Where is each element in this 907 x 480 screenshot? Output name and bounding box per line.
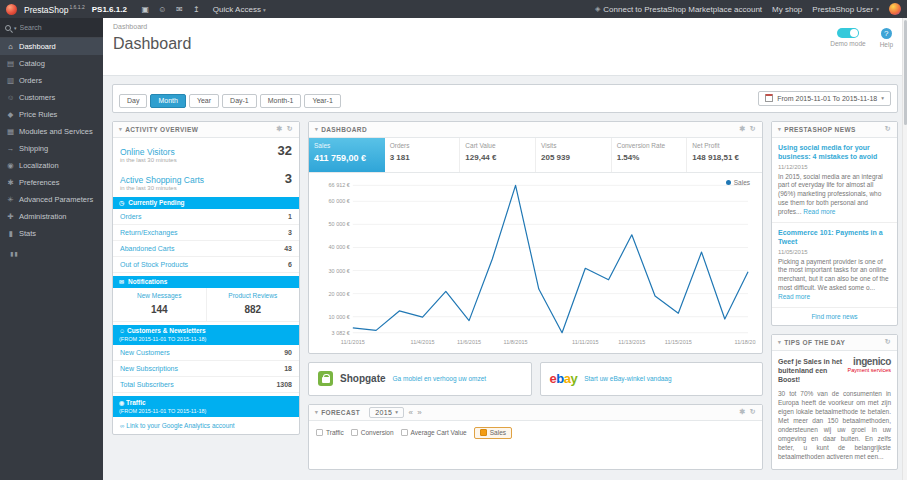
sidebar-search[interactable]: ▾ xyxy=(0,18,103,38)
quick-access-menu[interactable]: Quick Access ▾ xyxy=(213,5,266,14)
launch-icon[interactable]: ↥ xyxy=(189,5,204,14)
period-button-day[interactable]: Day xyxy=(119,94,147,108)
new-subscriptions-link[interactable]: New Subscriptions xyxy=(120,365,178,372)
kpi-net-profit[interactable]: Net Profit148 918,51 € xyxy=(687,138,762,172)
user-icon[interactable]: ☺ xyxy=(155,5,170,14)
kpi-conversion-rate[interactable]: Conversion Rate1.54% xyxy=(612,138,688,172)
kpi-sales[interactable]: Sales411 759,00 € xyxy=(309,138,385,172)
breadcrumb[interactable]: Dashboard xyxy=(113,23,897,30)
forecast-metric-average-cart-value[interactable]: Average Cart Value xyxy=(401,429,467,436)
shopgate-link[interactable]: Ga mobiel en verhoog uw omzet xyxy=(393,375,487,383)
table-row: Return/Exchanges3 xyxy=(113,225,299,241)
active-carts-link[interactable]: Active Shopping Carts xyxy=(120,175,204,185)
news-article-title[interactable]: Ecommerce 101: Payments in a Tweet xyxy=(778,228,891,246)
sidebar-item-localization[interactable]: ◉Localization xyxy=(0,157,103,174)
sidebar-item-orders[interactable]: ▥Orders xyxy=(0,72,103,89)
user-menu[interactable]: PrestaShop User ▾ xyxy=(812,5,879,14)
sidebar-item-stats[interactable]: ▮Stats xyxy=(0,225,103,242)
next-year-button[interactable]: » xyxy=(417,408,422,417)
refresh-icon[interactable]: ↻ xyxy=(750,408,756,416)
orders-link[interactable]: Orders xyxy=(120,213,141,220)
sidebar-item-dashboard[interactable]: ⌂Dashboard xyxy=(0,38,103,55)
kpi-value: 129,44 € xyxy=(465,153,530,162)
mail-icon[interactable]: ✉ xyxy=(172,5,187,14)
gear-icon[interactable]: ✱ xyxy=(276,125,282,133)
sidebar-item-shipping[interactable]: →Shipping xyxy=(0,140,103,157)
date-range-picker[interactable]: From 2015-11-01 To 2015-11-18 ▾ xyxy=(758,91,891,106)
new-customers-link[interactable]: New Customers xyxy=(120,349,170,356)
product-reviews-cell[interactable]: Product Reviews882 xyxy=(207,288,300,321)
collapse-menu-button[interactable]: ▮▮ xyxy=(0,242,103,257)
demo-mode-toggle[interactable] xyxy=(837,28,859,38)
shop-name-link[interactable]: PS1.6.1.2 xyxy=(92,5,127,14)
period-button-month[interactable]: Month xyxy=(150,94,185,108)
search-icon xyxy=(5,25,11,31)
sidebar-item-administration[interactable]: ✚Administration xyxy=(0,208,103,225)
forecast-metric-sales[interactable]: Sales xyxy=(474,427,512,439)
sidebar-item-advanced-parameters[interactable]: ✳Advanced Parameters xyxy=(0,191,103,208)
ebay-link[interactable]: Start uw eBay-winkel vandaag xyxy=(584,375,671,383)
sidebar-item-customers[interactable]: ☺Customers xyxy=(0,89,103,106)
panel-header: ▾ PrestaShop News ↻ xyxy=(772,122,897,138)
active-carts-metric: Active Shopping Carts3 in the last 30 mi… xyxy=(113,166,299,194)
chart-legend[interactable]: Sales xyxy=(726,179,750,186)
period-button-year-1[interactable]: Year-1 xyxy=(304,94,340,108)
forecast-metric-traffic[interactable]: Traffic xyxy=(316,429,344,436)
refresh-icon[interactable]: ↻ xyxy=(885,125,891,133)
marketplace-link[interactable]: ◈Connect to PrestaShop Marketplace accou… xyxy=(595,5,762,14)
kpi-orders[interactable]: Orders3 181 xyxy=(385,138,461,172)
table-row: New Subscriptions18 xyxy=(113,361,299,377)
forecast-metric-conversion[interactable]: Conversion xyxy=(351,429,394,436)
gear-icon[interactable]: ✱ xyxy=(739,125,745,133)
period-button-year[interactable]: Year xyxy=(189,94,219,108)
notifications-header: ✉ Notifications xyxy=(113,276,299,288)
sidebar-item-label: Shipping xyxy=(19,144,48,153)
sidebar-item-modules-and-services[interactable]: ▦Modules and Services xyxy=(0,123,103,140)
kpi-cart-value[interactable]: Cart Value129,44 € xyxy=(460,138,536,172)
help-icon[interactable]: ? xyxy=(881,28,892,39)
year-select[interactable]: 2015▾ xyxy=(369,407,404,418)
news-article-title[interactable]: Using social media for your business: 4 … xyxy=(778,143,891,161)
chevron-down-icon[interactable]: ▾ xyxy=(14,25,17,31)
chevron-down-icon[interactable]: ▾ xyxy=(315,126,318,132)
ebay-ad[interactable]: ebay Start uw eBay-winkel vandaag xyxy=(540,362,764,396)
total-subscribers-link[interactable]: Total Subscribers xyxy=(120,381,174,388)
read-more-link[interactable]: Read more xyxy=(778,293,810,300)
return-exchanges-link[interactable]: Return/Exchanges xyxy=(120,229,178,236)
sidebar-item-label: Advanced Parameters xyxy=(19,195,93,204)
chevron-down-icon[interactable]: ▾ xyxy=(315,409,318,415)
online-visitors-link[interactable]: Online Visitors xyxy=(120,147,175,157)
period-button-month-1[interactable]: Month-1 xyxy=(260,94,302,108)
avatar[interactable] xyxy=(889,3,901,15)
new-messages-cell[interactable]: New Messages144 xyxy=(113,288,207,321)
page-scrollbar[interactable] xyxy=(902,18,907,480)
refresh-icon[interactable]: ↻ xyxy=(750,125,756,133)
online-visitors-metric: Online Visitors32 in the last 30 minutes xyxy=(113,138,299,166)
sidebar-item-label: Customers xyxy=(19,93,55,102)
kpi-visits[interactable]: Visits205 939 xyxy=(536,138,612,172)
sidebar-item-label: Stats xyxy=(19,229,36,238)
sidebar-item-catalog[interactable]: ▤Catalog xyxy=(0,55,103,72)
sidebar-item-price-rules[interactable]: ◆Price Rules xyxy=(0,106,103,123)
abandoned-carts-link[interactable]: Abandoned Carts xyxy=(120,245,174,252)
globe-icon: ◉ xyxy=(119,400,124,406)
my-shop-link[interactable]: My shop xyxy=(772,5,802,14)
cart-icon[interactable]: ▣ xyxy=(138,5,153,14)
google-analytics-link[interactable]: ∞Link to your Google Analytics account xyxy=(120,422,235,429)
chevron-down-icon[interactable]: ▾ xyxy=(778,126,781,132)
table-row: Total Subscribers1308 xyxy=(113,377,299,393)
period-button-day-1[interactable]: Day-1 xyxy=(222,94,257,108)
previous-year-button[interactable]: « xyxy=(408,408,413,417)
read-more-link[interactable]: Read more xyxy=(803,208,835,215)
refresh-icon[interactable]: ↻ xyxy=(287,125,293,133)
find-more-news-link[interactable]: Find more news xyxy=(772,308,897,325)
chevron-down-icon[interactable]: ▾ xyxy=(778,339,781,345)
gear-icon[interactable]: ✱ xyxy=(739,408,745,416)
shopgate-ad[interactable]: Shopgate Ga mobiel en verhoog uw omzet xyxy=(308,362,532,396)
panel-title: Activity overview xyxy=(125,126,198,133)
sidebar-item-preferences[interactable]: ✱Preferences xyxy=(0,174,103,191)
search-input[interactable] xyxy=(20,24,82,31)
chevron-down-icon[interactable]: ▾ xyxy=(119,126,122,132)
refresh-icon[interactable]: ↻ xyxy=(885,338,891,346)
out-of-stock-products-link[interactable]: Out of Stock Products xyxy=(120,261,188,268)
